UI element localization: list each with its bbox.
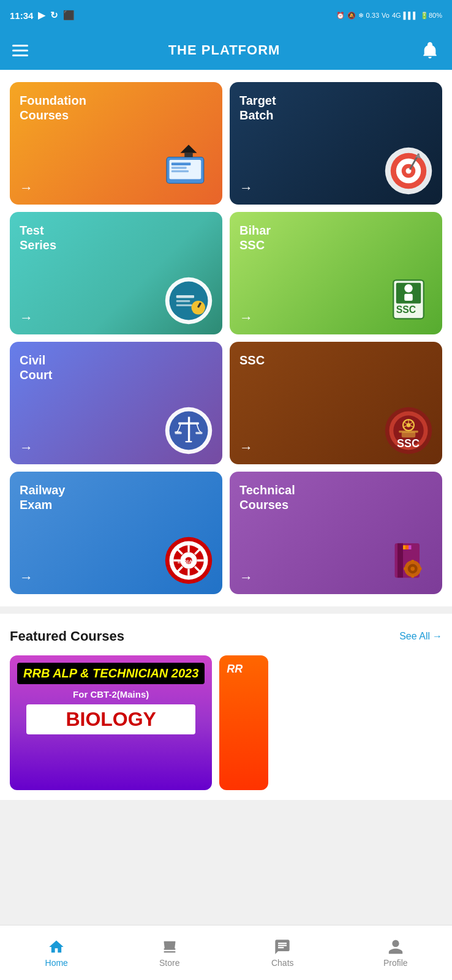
category-card-ssc[interactable]: SSC → (230, 342, 442, 464)
card-arrow-railway: → (20, 570, 213, 586)
bluetooth-icon: ❄ (358, 12, 364, 20)
card-title-test: TestSeries (20, 223, 213, 252)
refresh-icon: ↻ (50, 10, 58, 21)
notification-bell-icon[interactable] (420, 40, 440, 60)
app-title: THE PLATFORM (168, 42, 281, 58)
svg-text:INDIAN: INDIAN (178, 559, 197, 565)
card-arrow-ssc: → (239, 440, 432, 456)
network-4g: 4G (392, 12, 401, 19)
card-title-foundation: FoundationCourses (20, 93, 213, 123)
svg-rect-16 (176, 295, 194, 298)
status-bar: 11:34 ▶ ↻ ⬛ ⏰ 🔕 ❄ 0.33 Vo 4G ▌▌▌ 🔋80% (0, 0, 452, 31)
card-title-technical: TechnicalCourses (239, 483, 432, 512)
card-arrow-civil: → (20, 440, 213, 456)
category-card-technical[interactable]: TechnicalCourses → (230, 472, 442, 594)
course-subject-badge: BIOLOGY (26, 704, 195, 734)
svg-rect-18 (176, 304, 192, 306)
category-card-civil[interactable]: CivilCourt → (10, 342, 222, 464)
svg-rect-31 (195, 432, 202, 434)
svg-point-23 (404, 284, 413, 293)
card-title-bihar: BiharSSC (239, 223, 432, 252)
card-arrow-target: → (239, 180, 432, 196)
status-icons: ⏰ 🔕 ❄ 0.33 Vo 4G ▌▌▌ 🔋80% (336, 12, 442, 20)
nav-store[interactable]: Store (113, 938, 227, 968)
card-arrow-bihar: → (239, 310, 432, 326)
play-icon: ▶ (38, 10, 45, 21)
signal-icon: ▌▌▌ (404, 12, 418, 19)
card-title-railway: RailwayExam (20, 483, 213, 512)
svg-rect-3 (171, 167, 187, 168)
featured-title: Featured Courses (10, 628, 124, 644)
svg-rect-62 (403, 545, 406, 549)
course-cards-row: RRB ALP & TECHNICIAN 2023 For CBT-2(Main… (10, 655, 442, 790)
nav-home-label: Home (45, 958, 68, 968)
see-all-arrow-icon: → (432, 631, 442, 642)
card-title-ssc: SSC (239, 353, 432, 368)
nav-chats-label: Chats (271, 958, 294, 968)
svg-rect-4 (171, 170, 189, 172)
svg-marker-5 (181, 145, 197, 153)
app-icon-green: ⬛ (63, 10, 75, 21)
bell-off-icon: 🔕 (347, 12, 356, 20)
svg-rect-28 (188, 417, 190, 442)
svg-rect-64 (409, 545, 412, 549)
main-content: FoundationCourses → TargetBatch → (0, 70, 452, 606)
featured-section: Featured Courses See All → RRB ALP & TEC… (0, 614, 452, 800)
svg-rect-63 (406, 545, 409, 549)
svg-rect-29 (178, 423, 199, 424)
status-time: 11:34 ▶ ↻ ⬛ (10, 10, 75, 21)
alarm-icon: ⏰ (336, 12, 345, 20)
category-grid: FoundationCourses → TargetBatch → (10, 82, 442, 594)
svg-rect-2 (171, 163, 191, 166)
course-cbt-subtitle: For CBT-2(Mains) (73, 689, 149, 699)
course-card-partial[interactable]: RR (219, 655, 268, 790)
nav-home[interactable]: Home (0, 938, 113, 968)
svg-rect-30 (175, 432, 182, 434)
category-card-test[interactable]: TestSeries → (10, 212, 222, 334)
battery-icon: 🔋80% (420, 12, 442, 20)
card-title-civil: CivilCourt (20, 353, 213, 382)
time-display: 11:34 (10, 10, 33, 21)
store-icon (161, 938, 178, 956)
nav-chats[interactable]: Chats (226, 938, 339, 968)
bottom-navigation: Home Store Chats Profile (0, 925, 452, 980)
svg-rect-24 (404, 294, 413, 301)
svg-rect-68 (412, 560, 415, 563)
category-card-target[interactable]: TargetBatch → (230, 82, 442, 205)
svg-rect-17 (176, 300, 190, 302)
hamburger-menu[interactable] (12, 45, 28, 56)
volte-icon: Vo (382, 12, 390, 19)
course-rrb-title: RRB ALP & TECHNICIAN 2023 (17, 663, 205, 684)
category-card-railway[interactable]: RailwayExam → (10, 472, 222, 594)
course-card-rrb[interactable]: RRB ALP & TECHNICIAN 2023 For CBT-2(Main… (10, 655, 212, 790)
category-card-bihar[interactable]: BiharSSC → SSC (230, 212, 442, 334)
data-speed: 0.33 (366, 12, 379, 19)
svg-rect-44 (402, 432, 416, 437)
nav-profile-label: Profile (383, 958, 408, 968)
chats-icon (274, 938, 291, 956)
svg-rect-6 (184, 153, 193, 157)
profile-icon (387, 938, 404, 956)
card-arrow-test: → (20, 310, 213, 326)
nav-profile[interactable]: Profile (339, 938, 453, 968)
featured-header: Featured Courses See All → (10, 628, 442, 644)
card-title-target: TargetBatch (239, 93, 432, 123)
card-arrow-technical: → (239, 570, 432, 586)
home-icon (48, 938, 65, 956)
see-all-button[interactable]: See All → (399, 631, 442, 642)
card-arrow-foundation: → (20, 180, 213, 196)
nav-store-label: Store (159, 958, 179, 968)
top-navigation: THE PLATFORM (0, 31, 452, 70)
category-card-foundation[interactable]: FoundationCourses → (10, 82, 222, 205)
